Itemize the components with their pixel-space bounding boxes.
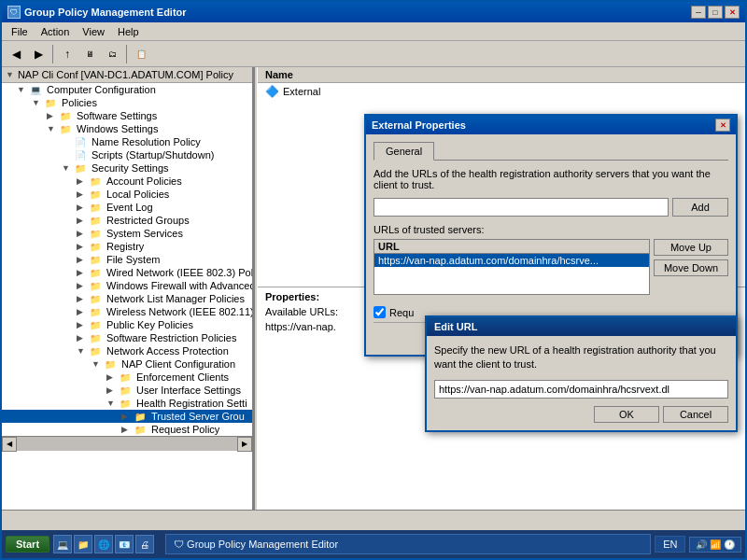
tree-label-wired-network: Wired Network (IEEE 802.3) Polic [106, 267, 254, 278]
move-up-button[interactable]: Move Up [654, 239, 728, 256]
url-list-box[interactable]: URL https://van-nap.adatum.com/domainhra… [374, 239, 650, 295]
right-panel-row-external[interactable]: 🔷 External [258, 83, 745, 100]
nap-client-icon: 📁 [105, 359, 120, 370]
system-services-icon: 📁 [90, 229, 105, 239]
taskbar-icon-3[interactable]: 🌐 [94, 535, 113, 553]
taskbar-icon-5[interactable]: 🖨 [135, 535, 154, 553]
ext-props-close-btn[interactable]: ✕ [715, 119, 730, 132]
url-text-input[interactable] [374, 198, 669, 217]
registry-icon: 📁 [90, 242, 105, 252]
tree-item-nap[interactable]: ▼ 📁 Network Access Protection [2, 344, 252, 357]
tree-label-account-policies: Account Policies [106, 175, 182, 187]
firewall-icon: 📁 [90, 281, 105, 291]
move-down-button[interactable]: Move Down [654, 259, 728, 276]
require-https-checkbox[interactable] [374, 306, 386, 318]
tree-item-software-restriction[interactable]: ▶ 📁 Software Restriction Policies [2, 331, 252, 344]
menu-file[interactable]: File [6, 25, 34, 38]
minimize-button[interactable]: ─ [691, 6, 706, 19]
edit-url-cancel-btn[interactable]: Cancel [663, 406, 728, 423]
tree-item-registry[interactable]: ▶ 📁 Registry [2, 240, 252, 253]
menu-help[interactable]: Help [112, 25, 145, 38]
close-button[interactable]: ✕ [725, 6, 740, 19]
up-button[interactable]: ↑ [57, 44, 78, 64]
public-key-icon: 📁 [90, 320, 105, 330]
main-window: 🛡 Group Policy Management Editor ─ □ ✕ F… [0, 0, 747, 560]
tree-item-local-policies[interactable]: ▶ 📁 Local Policies [2, 188, 252, 201]
tree-label-request-policy: Request Policy [151, 424, 219, 435]
network-list-icon: 📁 [90, 294, 105, 304]
tree-button[interactable]: 🗂 [102, 44, 122, 64]
toolbar-separator-1 [52, 45, 53, 63]
taskbar-quick-launch: 💻 📁 🌐 📧 🖨 [53, 535, 154, 553]
edit-url-input[interactable] [434, 380, 728, 399]
tree-label-wireless-network: Wireless Network (IEEE 802.11) [106, 306, 254, 317]
taskbar-icon-1[interactable]: 💻 [53, 535, 72, 553]
edit-url-footer: OK Cancel [434, 406, 728, 423]
maximize-button[interactable]: □ [708, 6, 723, 19]
tree-label-ui-settings: User Interface Settings [136, 385, 241, 396]
tree-label-software-restriction: Software Restriction Policies [106, 332, 236, 343]
tree-item-software-settings[interactable]: ▶ 📁 Software Settings [2, 109, 252, 122]
tree-label-network-list: Network List Manager Policies [106, 293, 245, 304]
tree-item-system-services[interactable]: ▶ 📁 System Services [2, 227, 252, 240]
tree-header-label: NAP Cli Conf [VAN-DC1.ADATUM.COM] Policy [18, 69, 233, 80]
edit-url-dialog[interactable]: Edit URL Specify the new URL of a health… [425, 315, 738, 432]
tree-item-nap-client[interactable]: ▼ 📁 NAP Client Configuration [2, 357, 252, 371]
taskbar-icon-4[interactable]: 📧 [115, 535, 134, 553]
tree-item-security-settings[interactable]: ▼ 📁 Security Settings [2, 161, 252, 175]
event-log-icon: 📁 [90, 203, 105, 213]
tree-item-windows-firewall[interactable]: ▶ 📁 Windows Firewall with Advanced [2, 279, 252, 292]
tree-item-name-resolution[interactable]: 📄 Name Resolution Policy [2, 135, 252, 148]
tree-item-event-log[interactable]: ▶ 📁 Event Log [2, 201, 252, 214]
properties-button[interactable]: 📋 [131, 44, 151, 64]
tree-label-nap-client: NAP Client Configuration [121, 358, 235, 370]
tree-item-network-list-mgr[interactable]: ▶ 📁 Network List Manager Policies [2, 292, 252, 305]
tree-item-windows-settings[interactable]: ▼ 📁 Windows Settings [2, 122, 252, 135]
tree-item-ui-settings[interactable]: ▶ 📁 User Interface Settings [2, 384, 252, 397]
tree-item-account-policies[interactable]: ▶ 📁 Account Policies [2, 175, 252, 188]
scroll-left-btn[interactable]: ◀ [2, 437, 17, 452]
url-input-row: Add [374, 198, 728, 217]
tab-general[interactable]: General [374, 142, 434, 161]
tree-label-enforcement: Enforcement Clients [136, 371, 229, 383]
url-side-buttons: Move Up Move Down [654, 239, 728, 299]
system-tray: 🔊 📶 🕐 [689, 537, 741, 553]
taskbar: Start 💻 📁 🌐 📧 🖨 🛡 Group Policy Managemen… [2, 530, 745, 558]
tree-item-enforcement[interactable]: ▶ 📁 Enforcement Clients [2, 371, 252, 384]
tree-item-trusted-server[interactable]: ▶ 📁 Trusted Server Grou [2, 410, 252, 423]
edit-url-title-bar: Edit URL [427, 317, 736, 336]
back-button[interactable]: ◀ [6, 44, 26, 64]
scroll-right-btn[interactable]: ▶ [237, 437, 252, 452]
tree-item-policies[interactable]: ▼ 📁 Policies [2, 96, 252, 109]
tree-label-security-settings: Security Settings [92, 162, 169, 174]
tree-item-public-key[interactable]: ▶ 📁 Public Key Policies [2, 318, 252, 331]
edit-url-description: Specify the new URL of a health registra… [434, 343, 728, 372]
health-reg-icon: 📁 [120, 399, 134, 409]
tree-label-registry: Registry [106, 241, 144, 252]
tree-item-file-system[interactable]: ▶ 📁 File System [2, 253, 252, 266]
add-button[interactable]: Add [672, 198, 728, 217]
start-button[interactable]: Start [6, 536, 49, 553]
tree-item-restricted-groups[interactable]: ▶ 📁 Restricted Groups [2, 214, 252, 227]
forward-button[interactable]: ▶ [28, 44, 49, 64]
url-list-row[interactable]: https://van-nap.adatum.com/domainhra/hcs… [374, 254, 649, 267]
ext-props-title: External Properties [372, 119, 466, 131]
show-hide-button[interactable]: 🖥 [79, 44, 100, 64]
menu-action[interactable]: Action [35, 25, 76, 38]
tree-item-wireless-network[interactable]: ▶ 📁 Wireless Network (IEEE 802.11) [2, 305, 252, 318]
scroll-track[interactable] [17, 437, 237, 451]
tree-label-file-system: File System [106, 254, 160, 265]
tree-item-health-reg[interactable]: ▼ 📁 Health Registration Setti [2, 397, 252, 410]
horizontal-scrollbar[interactable]: ◀ ▶ [2, 436, 252, 451]
request-policy-icon: 📁 [134, 425, 149, 435]
menu-view[interactable]: View [77, 25, 110, 38]
tree-label-scripts: Scripts (Startup/Shutdown) [92, 149, 214, 161]
tree-item-request-policy[interactable]: ▶ 📁 Request Policy [2, 423, 252, 436]
tree-item-computer-config[interactable]: ▼ 💻 Computer Configuration [2, 83, 252, 96]
edit-url-ok-btn[interactable]: OK [594, 406, 659, 423]
active-window-taskbar[interactable]: 🛡 Group Policy Management Editor [165, 534, 651, 554]
wireless-network-icon: 📁 [90, 307, 105, 317]
taskbar-icon-2[interactable]: 📁 [74, 535, 92, 553]
tree-item-scripts[interactable]: 📄 Scripts (Startup/Shutdown) [2, 148, 252, 161]
tree-item-wired-network[interactable]: ▶ 📁 Wired Network (IEEE 802.3) Polic [2, 266, 252, 279]
